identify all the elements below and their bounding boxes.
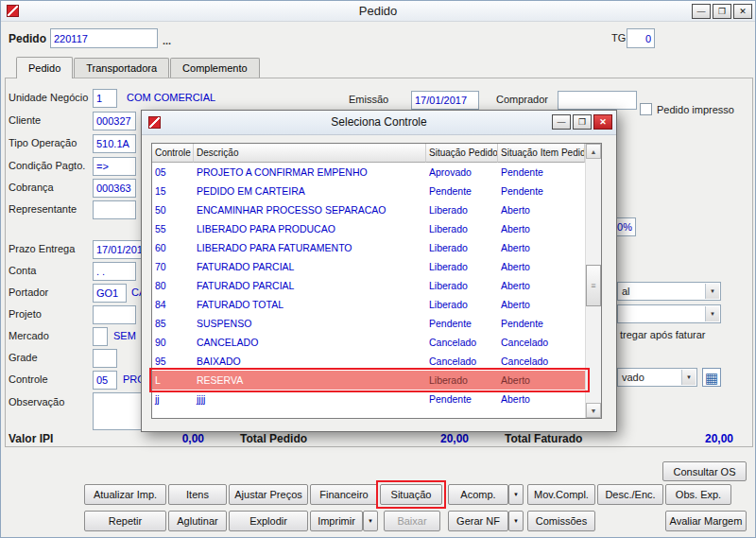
consultar-os-button[interactable]: Consultar OS (662, 461, 747, 481)
table-cell: Pendente (498, 314, 585, 333)
table-row[interactable]: 15PEDIDO EM CARTEIRAPendentePendente (152, 182, 585, 200)
pedido-number-input[interactable] (50, 28, 158, 48)
table-cell: Liberado (426, 200, 498, 219)
combo-field-1[interactable]: al ▼ (617, 282, 721, 301)
table-row[interactable]: 05PROJETO A CONFIRMAR EMPENHOAprovadoPen… (152, 163, 585, 182)
acomp-button[interactable]: Acomp. (448, 484, 508, 505)
projeto-input[interactable] (93, 305, 136, 324)
table-cell: SUSPENSO (194, 314, 426, 333)
observacao-label: Observação (9, 396, 64, 408)
financeiro-button[interactable]: Financeiro (310, 484, 378, 505)
table-row[interactable]: 90CANCELADOCanceladoCancelado (152, 333, 585, 352)
seleciona-controle-dialog: Seleciona Controle — ❐ ✕ Controle Descri… (141, 110, 617, 432)
table-row[interactable]: 60LIBERADO PARA FATURAMENTOLiberadoAbert… (152, 238, 585, 257)
table-row[interactable]: 80FATURADO PARCIALLiberadoAberto (152, 276, 585, 295)
table-row[interactable]: 85SUSPENSOPendentePendente (152, 314, 585, 333)
conta-input[interactable] (93, 262, 136, 281)
condicao-pagto-input[interactable] (93, 157, 136, 176)
imprimir-dropdown-icon[interactable]: ▼ (363, 511, 378, 531)
cobranca-input[interactable] (93, 179, 136, 198)
maximize-icon[interactable]: ❐ (713, 4, 731, 19)
table-cell: Cancelado (498, 333, 585, 352)
scroll-down-icon[interactable]: ▼ (586, 403, 601, 418)
tab-transportadora[interactable]: Transportadora (74, 58, 169, 78)
controle-label: Controle (9, 373, 48, 385)
column-header-situacao-pedido[interactable]: Situação Pedido (426, 144, 498, 163)
table-row[interactable]: LRESERVALiberadoAberto (152, 371, 585, 390)
table-cell: 80 (152, 276, 194, 295)
combo-field-2[interactable]: ▼ (617, 304, 721, 323)
pedido-impresso-checkbox[interactable] (640, 103, 652, 115)
gerar-nf-button[interactable]: Gerar NF (448, 511, 508, 531)
cliente-input[interactable] (93, 112, 136, 130)
column-header-controle[interactable]: Controle (152, 144, 194, 163)
avaliar-margem-button[interactable]: Avaliar Margem (665, 511, 747, 531)
mov-compl-button[interactable]: Mov.Compl. (527, 484, 595, 505)
tipo-operacao-input[interactable] (93, 134, 136, 153)
mercado-input[interactable] (93, 327, 108, 346)
scroll-up-icon[interactable]: ▲ (586, 144, 601, 159)
itens-button[interactable]: Itens (168, 484, 227, 505)
table-cell: jj (152, 390, 194, 408)
grade-input[interactable] (93, 349, 117, 368)
chevron-down-icon[interactable]: ▼ (705, 284, 719, 299)
table-cell: 55 (152, 219, 194, 238)
vertical-scrollbar[interactable]: ▲ ≡ ▼ (585, 144, 601, 418)
emissao-input[interactable] (411, 91, 479, 110)
titlebar: Pedido — ❐ ✕ (1, 1, 755, 22)
comprador-input[interactable] (558, 91, 637, 110)
chevron-down-icon[interactable]: ▼ (705, 306, 719, 321)
dialog-controls: — ❐ ✕ (552, 114, 612, 130)
column-header-situacao-item-pedido[interactable]: Situação Item Pedido (498, 144, 585, 163)
controle-input[interactable] (93, 371, 117, 390)
tab-pedido[interactable]: Pedido (16, 57, 73, 78)
aglutinar-button[interactable]: Aglutinar (168, 511, 227, 531)
comissoes-button[interactable]: Comissões (527, 511, 595, 531)
table-cell: Liberado (426, 371, 498, 390)
total-faturado-label: Total Faturado (505, 432, 582, 445)
situacao-button[interactable]: Situação (380, 484, 442, 505)
obs-exp-button[interactable]: Obs. Exp. (665, 484, 731, 505)
portador-label: Portador (9, 286, 48, 298)
repetir-button[interactable]: Repetir (84, 511, 166, 531)
portador-input[interactable] (93, 284, 127, 303)
table-row[interactable]: 84FATURADO TOTALLiberadoAberto (152, 295, 585, 314)
table-cell: Pendente (426, 390, 498, 408)
table-cell: 05 (152, 163, 194, 182)
explodir-button[interactable]: Explodir (229, 511, 308, 531)
valor-ipi-label: Valor IPI (9, 432, 53, 445)
table-row[interactable]: jjjjjjPendenteAberto (152, 390, 585, 408)
imprimir-button[interactable]: Imprimir (310, 511, 363, 531)
ajustar-precos-button[interactable]: Ajustar Preços (229, 484, 308, 505)
table-row[interactable]: 50ENCAMINHAR PROCESSO SEPARACAOLiberadoA… (152, 200, 585, 219)
table-row[interactable]: 70FATURADO PARCIALLiberadoAberto (152, 257, 585, 276)
chevron-down-icon[interactable]: ▼ (681, 370, 696, 385)
representante-input[interactable] (93, 200, 136, 219)
controle-table: Controle Descrição Situação Pedido Situa… (151, 143, 602, 419)
combo-field-3-value: vado (622, 372, 644, 383)
atualizar-imp-button[interactable]: Atualizar Imp. (84, 484, 166, 505)
unidade-negocio-input[interactable] (93, 89, 117, 108)
gerar-nf-dropdown-icon[interactable]: ▼ (508, 511, 524, 531)
tab-complemento[interactable]: Complemento (170, 58, 259, 78)
maximize-icon[interactable]: ❐ (573, 114, 592, 130)
table-row[interactable]: 95BAIXADOCanceladoCancelado (152, 352, 585, 371)
close-icon[interactable]: ✕ (733, 4, 752, 19)
conta-label: Conta (9, 265, 36, 276)
valor-ipi-value: 0,00 (114, 432, 204, 445)
minimize-icon[interactable]: — (692, 4, 711, 19)
cobranca-label: Cobrança (9, 182, 54, 193)
total-pedido-value: 20,00 (377, 432, 469, 445)
column-header-descricao[interactable]: Descrição (194, 144, 426, 163)
scrollbar-thumb[interactable]: ≡ (586, 265, 601, 306)
calendar-icon[interactable]: ▦ (702, 368, 721, 387)
baixar-button: Baixar (384, 511, 440, 531)
desc-enc-button[interactable]: Desc./Enc. (597, 484, 663, 505)
acomp-dropdown-icon[interactable]: ▼ (508, 484, 524, 505)
combo-field-3[interactable]: vado ▼ (617, 368, 697, 387)
pedido-lookup-button[interactable]: ... (163, 35, 171, 46)
minimize-icon[interactable]: — (552, 114, 571, 130)
table-row[interactable]: 55LIBERADO PARA PRODUCAOLiberadoAberto (152, 219, 585, 238)
tg-input[interactable] (627, 28, 655, 48)
close-icon[interactable]: ✕ (593, 114, 612, 130)
